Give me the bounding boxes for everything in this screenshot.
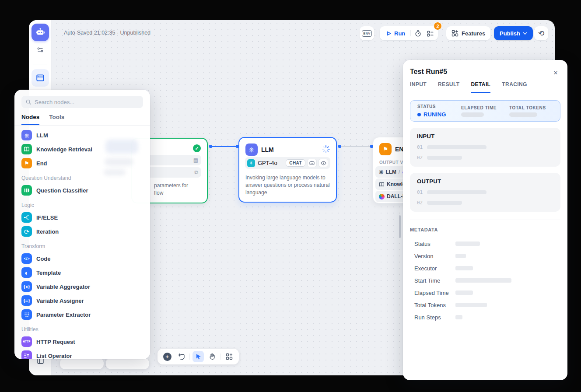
tab-detail[interactable]: DETAIL	[471, 81, 491, 93]
llm-model-row[interactable]: ✳ GPT-4o CHAT	[245, 157, 330, 169]
question-classifier-icon	[21, 185, 32, 196]
play-icon	[386, 31, 392, 36]
edge-start-llm	[212, 146, 236, 147]
cursor-icon	[195, 353, 202, 360]
add-note-icon	[178, 353, 185, 360]
version-history-button[interactable]: ⟲	[534, 26, 548, 40]
edge-llm-end	[341, 146, 370, 147]
tab-nodes[interactable]: Nodes	[21, 112, 39, 125]
section-logic: Logic	[18, 197, 147, 210]
undo-redo-controls[interactable]	[106, 358, 149, 369]
node-type-list: ⎈ LLM Knowledge Retrieval ⚑ End Question…	[14, 126, 150, 359]
status-card: STATUS RUNING ELAPSED TIME TOTAL TOKENS	[410, 100, 560, 122]
pointer-tool-button[interactable]	[192, 351, 204, 362]
plus-icon: +	[163, 353, 172, 361]
tab-tools[interactable]: Tools	[49, 112, 64, 125]
output-card: OUTPUT 01 02	[410, 173, 560, 212]
vision-eye-badge	[318, 159, 328, 167]
node-item-template[interactable]: ◐ Template	[18, 266, 147, 280]
skeleton	[455, 290, 473, 295]
run-button[interactable]: Run	[382, 30, 410, 37]
group-divider	[410, 30, 411, 36]
metadata-row-start-time: Start Time	[410, 274, 560, 287]
elapsed-skeleton	[461, 112, 484, 117]
node-item-llm[interactable]: ⎈ LLM	[18, 128, 147, 142]
tokens-skeleton	[509, 112, 537, 117]
node-item-iteration[interactable]: ⟳ Iteration	[18, 224, 147, 238]
run-control-group: Run	[380, 26, 438, 40]
run-panel-title: Test Run#5	[403, 60, 567, 76]
tab-input[interactable]: INPUT	[410, 81, 427, 93]
list-operator-icon	[21, 350, 32, 359]
workflow-settings-icon[interactable]	[36, 46, 45, 54]
toolbar-divider	[220, 354, 221, 360]
run-history-timer-button[interactable]	[412, 28, 424, 39]
metadata-row-executor: Executor	[410, 262, 560, 274]
total-tokens-column: TOTAL TOKENS	[509, 105, 546, 117]
skeleton	[455, 242, 480, 246]
output-row: 01	[417, 189, 553, 195]
canvas-scrollbar-thumb[interactable]	[399, 215, 401, 238]
publish-button[interactable]: Publish	[494, 26, 533, 40]
node-item-knowledge-retrieval[interactable]: Knowledge Retrieval	[18, 142, 147, 156]
search-nodes-input[interactable]	[35, 99, 131, 105]
elapsed-time-column: ELAPSED TIME	[461, 105, 509, 117]
llm-icon: ⎈	[245, 144, 258, 156]
zoom-controls[interactable]	[60, 358, 104, 369]
input-row: 01	[417, 144, 553, 150]
model-name: GPT-4o	[258, 160, 277, 166]
run-panel-tabs: INPUT RESULT DETAIL TRACING	[403, 81, 567, 93]
knowledge-retrieval-icon	[21, 144, 32, 154]
features-button[interactable]: Features	[446, 26, 490, 40]
search-nodes-box[interactable]	[21, 96, 143, 108]
close-icon: ✕	[553, 70, 558, 76]
node-item-list-operator[interactable]: List Operator	[18, 349, 147, 359]
tab-result[interactable]: RESULT	[438, 81, 460, 93]
app-robot-icon[interactable]	[32, 24, 49, 41]
node-item-variable-assigner[interactable]: {=} Variable Assigner	[18, 294, 147, 308]
hand-tool-button[interactable]	[206, 351, 218, 362]
vision-robot-badge	[307, 159, 317, 167]
llm-node-description: Invoking large language models to answer…	[245, 174, 330, 196]
metadata-row-total-tokens: Total Tokens	[410, 299, 560, 311]
output-skeleton	[427, 190, 486, 194]
node-item-variable-aggregator[interactable]: {x} Variable Aggregator	[18, 280, 147, 294]
llm-node[interactable]: ⎈ LLM ✳ GPT-4o CHAT	[238, 137, 337, 203]
node-item-question-classifier[interactable]: Question Classifier	[18, 183, 147, 197]
tab-tracing[interactable]: TRACING	[502, 81, 527, 93]
input-skeleton	[427, 145, 486, 149]
search-icon	[25, 99, 32, 105]
run-label: Run	[394, 30, 405, 37]
close-button[interactable]: ✕	[550, 67, 561, 78]
node-item-if-else[interactable]: IF/ELSE	[18, 210, 147, 224]
nodes-panel-tabs: Nodes Tools	[14, 112, 150, 126]
features-grid-icon	[452, 30, 458, 37]
checklist-icon	[427, 30, 434, 37]
output-row: 02	[417, 200, 553, 206]
edge-handle	[338, 145, 341, 148]
chat-mode-badge: CHAT	[286, 159, 305, 167]
toolbar-divider	[189, 354, 190, 360]
iteration-icon: ⟳	[21, 226, 32, 237]
env-button[interactable]: ENV	[360, 26, 374, 40]
end-flag-icon: ⚑	[379, 143, 392, 155]
input-card: INPUT 01 02	[410, 128, 560, 167]
sidebar-item-blocks[interactable]	[32, 69, 49, 87]
nodes-panel: Nodes Tools ⎈ LLM Knowledge Retrieval ⚑ …	[14, 90, 150, 359]
organize-blocks-button[interactable]	[224, 351, 235, 362]
node-item-parameter-extractor[interactable]: Parameter Extractor	[18, 308, 147, 322]
edge-handle	[209, 145, 212, 148]
skeleton	[455, 303, 487, 307]
robot-icon	[35, 28, 45, 37]
checklist-button[interactable]	[424, 28, 436, 39]
input-skeleton	[427, 156, 462, 160]
http-request-icon: HTTP	[21, 336, 32, 347]
book-icon	[379, 182, 385, 187]
node-item-code[interactable]: </> Code	[18, 252, 147, 266]
add-note-button[interactable]	[175, 351, 187, 362]
llm-glyph-icon: ⎈	[379, 168, 383, 175]
node-item-http-request[interactable]: HTTP HTTP Request	[18, 335, 147, 349]
organize-icon	[226, 353, 233, 360]
add-node-button[interactable]: +	[161, 351, 173, 362]
node-item-end[interactable]: ⚑ End	[18, 156, 147, 170]
